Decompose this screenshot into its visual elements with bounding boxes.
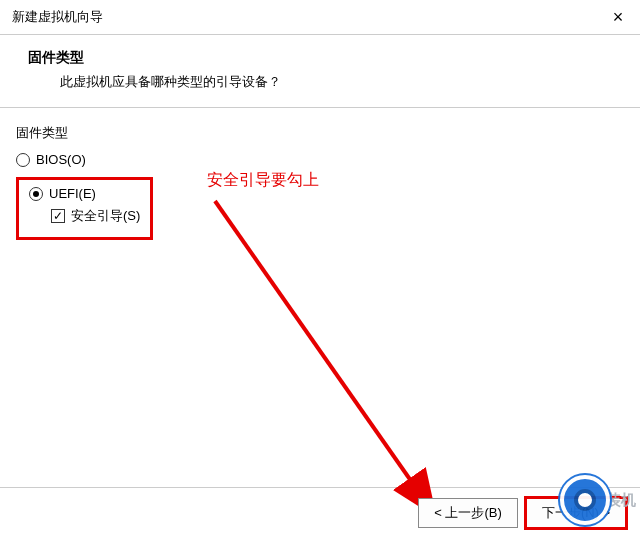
annotation-text: 安全引导要勾上	[207, 170, 319, 191]
annotation-arrow-icon	[200, 193, 460, 533]
back-button[interactable]: < 上一步(B)	[418, 498, 518, 528]
radio-label: UEFI(E)	[49, 186, 96, 201]
watermark-text: 装机	[606, 491, 636, 510]
checkbox-secure-boot[interactable]: ✓ 安全引导(S)	[51, 207, 140, 225]
firmware-group-label: 固件类型	[16, 124, 624, 142]
page-title: 固件类型	[28, 49, 624, 67]
radio-bios[interactable]: BIOS(O)	[16, 152, 624, 167]
close-icon[interactable]: ×	[604, 3, 632, 31]
wizard-footer: < 上一步(B) 下一步(N) >	[0, 488, 640, 538]
radio-label: BIOS(O)	[36, 152, 86, 167]
annotation-highlight-box: UEFI(E) ✓ 安全引导(S)	[16, 177, 153, 240]
watermark-logo-icon	[560, 475, 610, 525]
wizard-header: 固件类型 此虚拟机应具备哪种类型的引导设备？	[0, 35, 640, 108]
svg-line-1	[215, 201, 430, 508]
radio-uefi[interactable]: UEFI(E)	[29, 186, 140, 201]
window-title: 新建虚拟机向导	[12, 8, 103, 26]
checkbox-icon-checked: ✓	[51, 209, 65, 223]
radio-icon-selected	[29, 187, 43, 201]
content-area: 固件类型 BIOS(O) UEFI(E) ✓ 安全引导(S) 安全引导要勾上	[0, 108, 640, 488]
title-bar: 新建虚拟机向导 ×	[0, 0, 640, 35]
watermark: 装机	[560, 475, 636, 525]
radio-icon	[16, 153, 30, 167]
page-subtitle: 此虚拟机应具备哪种类型的引导设备？	[60, 73, 624, 91]
checkbox-label: 安全引导(S)	[71, 207, 140, 225]
